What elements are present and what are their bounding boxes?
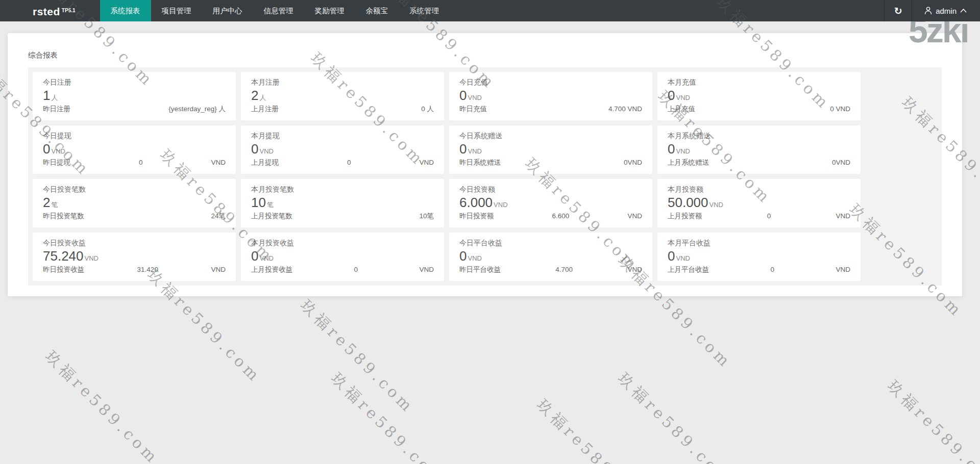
diagonal-watermark: 玖福re589.com [614, 369, 737, 464]
stat-sub-row: 昨日系统赠送 0VND [459, 158, 642, 167]
stat-label: 今日投资额 [459, 185, 642, 194]
section-title: 综合报表 [8, 33, 962, 60]
content-panel: 综合报表 今日注册 1人 昨日注册 {yesterday_reg} 人 本月注册… [8, 33, 962, 296]
logo-version: TP5.1 [62, 8, 76, 13]
user-name: admin [936, 7, 957, 15]
stat-card-8: 今日投资笔数 2笔 昨日投资笔数 24笔 [33, 179, 236, 227]
stat-sub-right-value: {yesterday_reg} 人 [168, 105, 226, 114]
stat-sub-label: 昨日投资笔数 [43, 212, 84, 221]
stat-value: 0 [43, 141, 50, 157]
stat-sub-label: 上月系统赠送 [668, 158, 709, 167]
stat-unit: VND [85, 254, 99, 262]
stat-value-row: 0VND [668, 249, 850, 264]
stat-sub-label: 昨日充值 [459, 105, 487, 114]
stat-value: 10 [251, 195, 266, 210]
nav-item-2[interactable]: 用户中心 [202, 0, 253, 21]
stat-unit: 人 [51, 94, 58, 101]
stat-value-row: 0VND [459, 88, 642, 104]
stat-unit: VND [468, 94, 481, 101]
stat-sub-mid-value: 0 [70, 159, 211, 166]
stat-label: 本月投资收益 [251, 239, 434, 248]
stat-value: 6.000 [459, 195, 493, 210]
nav-item-label: 信息管理 [264, 6, 293, 16]
stat-sub-mid-value: 0 [279, 159, 419, 166]
stat-sub-row: 昨日提现 0 VND [43, 158, 226, 167]
stat-sub-right-value: VND [836, 266, 850, 273]
stat-sub-label: 上月投资收益 [251, 265, 292, 274]
stat-sub-row: 昨日充值 4.700 VND [459, 105, 642, 114]
nav-item-label: 奖励管理 [315, 6, 345, 16]
stat-sub-right-value: 0 人 [421, 105, 434, 114]
stat-sub-label: 上月投资笔数 [251, 212, 292, 221]
stat-card-15: 本月平台收益 0VND 上月平台收益 0 VND [657, 233, 861, 281]
stat-sub-label: 上月平台收益 [668, 265, 709, 274]
stat-value: 0 [668, 88, 675, 103]
stat-label: 本月注册 [251, 78, 434, 87]
stat-card-5: 本月提现 0VND 上月提现 0 VND [241, 125, 444, 174]
stat-unit: VND [259, 147, 273, 155]
stat-value: 0 [251, 248, 258, 264]
stat-sub-mid-value: 0 [709, 266, 836, 273]
stat-card-14: 今日平台收益 0VND 昨日平台收益 4.700 VND [449, 233, 652, 281]
stat-unit: VND [709, 201, 723, 209]
stat-unit: VND [676, 94, 690, 101]
stat-sub-right-value: VND [419, 159, 434, 166]
stat-value: 75.240 [43, 248, 84, 264]
nav-item-5[interactable]: 余额宝 [355, 0, 399, 21]
nav-item-6[interactable]: 系统管理 [399, 0, 450, 21]
report-cards-container: 今日注册 1人 昨日注册 {yesterday_reg} 人 本月注册 2人 上… [28, 67, 942, 286]
stat-value: 0 [668, 248, 675, 264]
stat-value-row: 6.000VND [459, 195, 642, 211]
stat-value-row: 0VND [251, 142, 434, 157]
stat-sub-row: 上月投资笔数 10笔 [251, 212, 434, 221]
diagonal-watermark: 玖福re589.com [532, 395, 655, 464]
refresh-button[interactable]: ↻ [884, 0, 912, 21]
stat-value: 0 [668, 141, 675, 157]
stat-card-13: 本月投资收益 0VND 上月投资收益 0 VND [241, 233, 444, 281]
stat-sub-row: 上月系统赠送 0VND [668, 158, 850, 167]
stat-card-4: 今日提现 0VND 昨日提现 0 VND [33, 125, 236, 174]
stat-label: 今日平台收益 [459, 239, 642, 248]
diagonal-watermark: 玖福re589.com [41, 347, 164, 464]
stat-sub-label: 上月充值 [668, 105, 695, 114]
stat-sub-label: 昨日平台收益 [459, 265, 501, 274]
stat-value: 2 [251, 88, 258, 103]
stat-value-row: 50.000VND [668, 195, 850, 211]
stat-sub-label: 昨日投资额 [459, 212, 494, 221]
nav-item-label: 系统报表 [111, 6, 140, 16]
stat-value-row: 0VND [459, 249, 642, 264]
stat-value: 0 [459, 141, 467, 157]
stat-label: 今日充值 [459, 78, 642, 87]
stat-unit: VND [468, 147, 481, 155]
user-menu[interactable]: admin [912, 0, 980, 21]
stat-unit: VND [468, 254, 481, 262]
stat-sub-mid-value: 0 [292, 266, 419, 273]
stat-label: 本月投资笔数 [251, 185, 434, 194]
stat-sub-mid-value: 4.700 [501, 266, 627, 273]
nav-item-label: 系统管理 [409, 6, 439, 16]
stat-sub-right-value: VND [836, 212, 850, 220]
stat-value-row: 1人 [43, 88, 226, 104]
navbar-right: ↻ admin [884, 0, 980, 21]
stat-sub-label: 昨日投资收益 [43, 265, 84, 274]
nav-item-3[interactable]: 信息管理 [253, 0, 304, 21]
stat-unit: VND [494, 201, 507, 209]
stat-card-9: 本月投资笔数 10笔 上月投资笔数 10笔 [241, 179, 444, 227]
stat-sub-label: 上月注册 [251, 105, 279, 114]
nav-item-4[interactable]: 奖励管理 [304, 0, 355, 21]
stat-unit: VND [676, 254, 690, 262]
diagonal-watermark: 玖福re589.com [883, 376, 980, 464]
stat-sub-right-value: 24笔 [211, 212, 226, 221]
stat-value-row: 75.240VND [43, 249, 226, 264]
stat-sub-row: 昨日投资额 6.600 VND [459, 212, 642, 221]
stat-value: 0 [459, 88, 467, 103]
stat-sub-row: 上月充值 0 VND [668, 105, 850, 114]
stat-sub-right-value: 0 VND [830, 105, 850, 113]
stat-label: 本月充值 [668, 78, 850, 87]
stat-unit: VND [259, 254, 273, 262]
stat-unit: 笔 [267, 201, 274, 209]
stat-value: 50.000 [668, 195, 708, 210]
nav-item-0[interactable]: 系统报表 [100, 0, 151, 21]
stat-unit: VND [676, 147, 690, 155]
nav-item-1[interactable]: 项目管理 [151, 0, 202, 21]
